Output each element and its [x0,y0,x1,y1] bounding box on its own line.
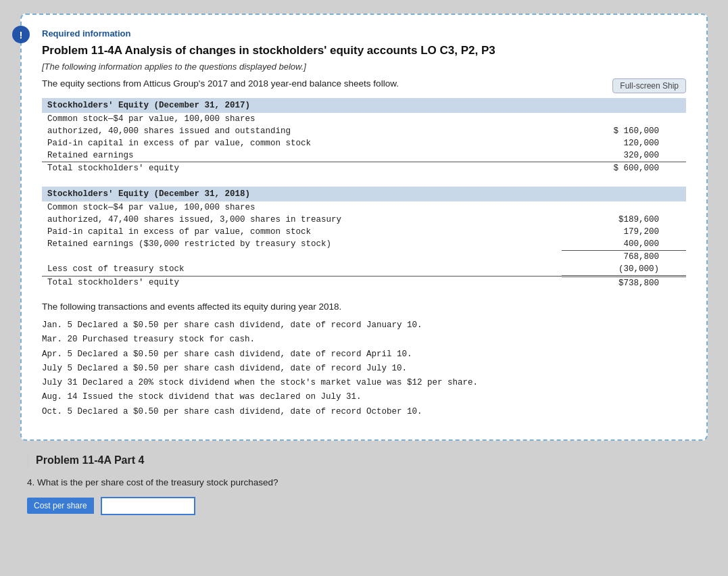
table-2017-header: Stockholders' Equity (December 31, 2017) [42,98,686,113]
table-row: Less cost of treasury stock (30,000) [42,263,686,277]
table-row: Common stock—$4 par value, 100,000 share… [42,201,686,214]
transaction-item: Apr. 5 Declared a $0.50 per share cash d… [42,347,686,362]
equity-table-2018: Stockholders' Equity (December 31, 2018)… [42,187,686,289]
bottom-section: Problem 11-4A Part 4 4. What is the per … [20,441,708,522]
page-wrapper: ! Required information Problem 11-4A Ana… [0,0,728,576]
table-row: Common stock—$4 par value, 100,000 share… [42,113,686,125]
table-row: Retained earnings 320,000 [42,149,686,162]
transactions-section: The following transactions and events af… [42,302,686,419]
transaction-item: Aug. 14 Issued the stock dividend that w… [42,390,686,404]
required-info-label: Required information [42,28,686,39]
cost-per-share-input[interactable] [101,497,195,515]
problem-subtitle: [The following information applies to th… [42,62,686,72]
equity-table-2017: Stockholders' Equity (December 31, 2017)… [42,98,686,174]
question-text: 4. What is the per share cost of the tre… [27,477,701,487]
problem-title: Problem 11-4A Analysis of changes in sto… [42,44,686,57]
transaction-item: Oct. 5 Declared a $0.50 per share cash d… [42,405,686,419]
transaction-item: Jan. 5 Declared a $0.50 per share cash d… [42,318,686,333]
transactions-list: Jan. 5 Declared a $0.50 per share cash d… [42,318,686,419]
table-2018-header: Stockholders' Equity (December 31, 2018) [42,187,686,201]
transaction-item: July 5 Declared a $0.50 per share cash d… [42,362,686,376]
table-row: 768,800 [42,251,686,264]
table-row: authorized, 40,000 shares issued and out… [42,125,686,137]
table-row: Paid-in capital in excess of par value, … [42,137,686,149]
fullscreen-button[interactable]: Full-screen Ship [612,78,686,93]
intro-text: Full-screen Ship The equity sections fro… [42,78,686,89]
table-2017-total: Total stockholders' equity $ 600,000 [42,162,686,175]
table-row: authorized, 47,400 shares issued, 3,000 … [42,214,686,226]
transactions-title: The following transactions and events af… [42,302,686,312]
table-row: Retained earnings ($30,000 restricted by… [42,238,686,251]
alert-icon: ! [12,26,30,43]
part-title: Problem 11-4A Part 4 [27,454,701,466]
main-card: ! Required information Problem 11-4A Ana… [20,14,708,441]
answer-row: Cost per share [27,497,701,515]
cost-per-share-label: Cost per share [27,498,94,514]
transaction-item: July 31 Declared a 20% stock dividend wh… [42,376,686,390]
table-2018-total: Total stockholders' equity $738,800 [42,277,686,290]
transaction-item: Mar. 20 Purchased treasury stock for cas… [42,333,686,347]
table-row: Paid-in capital in excess of par value, … [42,226,686,238]
